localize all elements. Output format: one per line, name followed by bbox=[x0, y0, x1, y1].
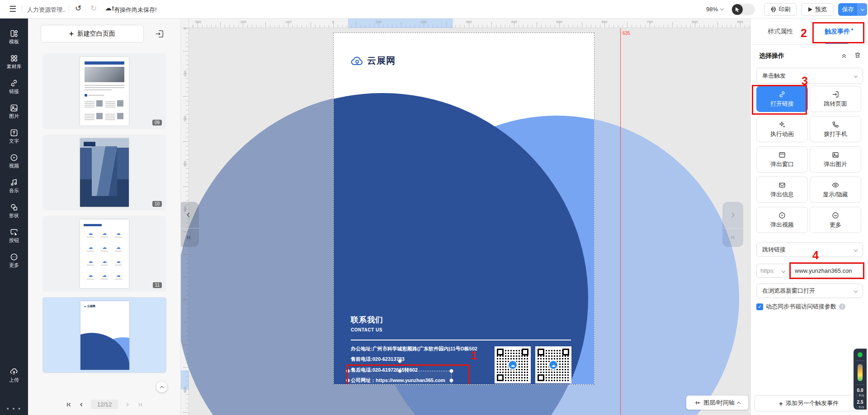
page-thumbnail-card[interactable]: 10 bbox=[42, 135, 166, 210]
sidebar-label: 音乐 bbox=[9, 188, 19, 193]
brand-logo[interactable]: 云展网 bbox=[351, 55, 396, 67]
vertical-guide-line[interactable] bbox=[620, 28, 621, 415]
ruler-tick-label: 600 bbox=[601, 20, 607, 24]
last-page-icon[interactable] bbox=[137, 401, 143, 408]
printer-icon bbox=[770, 6, 777, 13]
undo-icon[interactable]: ↺ bbox=[75, 4, 81, 13]
preview-button[interactable]: 预览 bbox=[801, 3, 834, 16]
hamburger-menu-icon[interactable]: ☰ bbox=[9, 4, 16, 14]
action-popup-message[interactable]: 弹出信息 bbox=[756, 177, 808, 203]
next-page-icon[interactable] bbox=[124, 401, 131, 408]
action-show-hide[interactable]: 显示/隐藏 bbox=[810, 177, 861, 203]
jump-page-icon bbox=[831, 90, 840, 98]
contact-title[interactable]: 联系我们 bbox=[351, 315, 383, 325]
save-dropdown-arrow[interactable] bbox=[858, 3, 867, 16]
link-icon bbox=[9, 79, 19, 88]
page-thumbnail-09[interactable] bbox=[80, 57, 129, 126]
sidebar-label: 图片 bbox=[9, 114, 19, 119]
sidebar-item-upload[interactable]: 上传 bbox=[0, 362, 28, 387]
page-thumbnail-card-selected[interactable]: ☁ 云展网 bbox=[42, 297, 166, 373]
sidebar-item-buttons[interactable]: 按钮 bbox=[0, 223, 28, 247]
action-jump-page[interactable]: 跳转页面 bbox=[810, 86, 861, 112]
new-blank-page-button[interactable]: + 新建空白页面 bbox=[41, 25, 144, 42]
trigger-mode-value: 单击触发 bbox=[762, 72, 786, 80]
sidebar-item-more[interactable]: 更多 bbox=[0, 247, 28, 272]
sync-checkbox[interactable]: ✓ bbox=[756, 303, 763, 310]
print-button[interactable]: 印刷 bbox=[764, 3, 797, 16]
delete-trigger-icon[interactable] bbox=[854, 51, 861, 59]
collapse-all-icon[interactable] bbox=[840, 52, 848, 59]
network-monitor-widget[interactable]: 0.0 ↑ K/s 2.5 ↓ K/s bbox=[854, 349, 867, 410]
action-more[interactable]: 更多 bbox=[810, 207, 861, 233]
page-thumbnail-10[interactable] bbox=[80, 138, 129, 207]
properties-panel: 样式属性 触发事件● 选择操作 单击触发 打开链接 跳转页面 执行动画 拨打手机… bbox=[750, 19, 868, 415]
page-thumbnail-card[interactable]: ☁☁☁ ☁☁☁ ☁☁☁ ☁☁☁ 11 bbox=[42, 216, 166, 292]
sidebar-item-templates[interactable]: 模板 bbox=[0, 24, 28, 49]
top-toolbar: ☰ 人力资源管理... ↺ ↻ ☁! 有操作尚未保存! 98% 印刷 预览 保存 bbox=[0, 0, 868, 19]
ruler-tick-label: 700 bbox=[183, 341, 187, 347]
sidebar-label: 文字 bbox=[9, 139, 19, 144]
first-page-canvas-button[interactable] bbox=[181, 228, 199, 247]
sidebar-more-dots[interactable]: • • • bbox=[0, 405, 28, 412]
collapse-thumbnails-button[interactable] bbox=[156, 382, 167, 392]
sidebar-item-links[interactable]: 链接 bbox=[0, 74, 28, 98]
sidebar-item-text[interactable]: 文字 bbox=[0, 123, 28, 148]
contact-divider-line bbox=[351, 340, 571, 340]
touch-mode-toggle[interactable] bbox=[731, 4, 755, 15]
open-mode-select[interactable]: 在浏览器新窗口打开 bbox=[756, 284, 863, 298]
status-green-dot bbox=[858, 352, 863, 357]
action-popup-window[interactable]: 弹出窗口 bbox=[756, 146, 808, 173]
redo-icon[interactable]: ↻ bbox=[90, 4, 97, 13]
sidebar-item-assets[interactable]: 素材库 bbox=[0, 49, 28, 74]
add-trigger-event-button[interactable]: + 添加另一个触发事件 bbox=[755, 395, 863, 411]
layers-timeline-button[interactable]: 图层/时间轴 bbox=[686, 396, 748, 410]
contact-address[interactable]: 办公地址:广州市科学城彩频路(广东软件园内)11号D栋502 bbox=[351, 345, 477, 352]
design-canvas[interactable]: -300 -200 -100 0 100 200 300 400 500 600… bbox=[181, 19, 750, 415]
plus-icon: + bbox=[69, 30, 73, 38]
button-icon bbox=[9, 228, 19, 237]
contact-subtitle[interactable]: CONTACT US bbox=[351, 327, 382, 332]
info-icon[interactable]: i bbox=[839, 303, 845, 310]
sidebar-item-shapes[interactable]: 形状 bbox=[0, 198, 28, 223]
page-artboard[interactable]: 云展网 联系我们 CONTACT US 办公地址:广州市科学城彩频路(广东软件园… bbox=[333, 33, 594, 385]
ruler-tick-label: -300 bbox=[194, 20, 201, 24]
next-page-canvas-button[interactable] bbox=[722, 202, 743, 228]
qr-code-1[interactable]: ☁ bbox=[495, 346, 531, 383]
action-popup-image[interactable]: 弹出图片 bbox=[810, 146, 861, 173]
page-counter[interactable]: 12/12 bbox=[91, 400, 118, 409]
cloud-save-icon[interactable]: ☁! bbox=[105, 4, 114, 12]
prev-page-icon[interactable] bbox=[78, 401, 85, 408]
contact-presale-phone[interactable]: 售前电话:020-62313783 bbox=[351, 356, 405, 363]
sidebar-item-video[interactable]: 视频 bbox=[0, 148, 28, 173]
action-dial-phone[interactable]: 拨打手机 bbox=[810, 116, 861, 142]
save-button[interactable]: 保存 bbox=[838, 3, 867, 16]
action-run-animation[interactable]: 执行动画 bbox=[756, 116, 808, 142]
ruler-tick-label: 200 bbox=[420, 20, 426, 24]
prev-page-canvas-button[interactable] bbox=[181, 202, 199, 228]
ruler-tick-label: 400 bbox=[511, 20, 517, 24]
sidebar-item-music[interactable]: 音乐 bbox=[0, 173, 28, 198]
sync-checkbox-label: 动态同步书籍访问链接参数 bbox=[766, 303, 836, 311]
page-thumbnail-12[interactable]: ☁ 云展网 bbox=[80, 301, 129, 370]
image-icon bbox=[9, 103, 19, 112]
protocol-select[interactable]: https: bbox=[756, 264, 789, 278]
zoom-level-value: 98% bbox=[706, 6, 718, 13]
page-thumbnail-11[interactable]: ☁☁☁ ☁☁☁ ☁☁☁ ☁☁☁ bbox=[80, 219, 129, 288]
link-type-select[interactable]: 跳转链接 bbox=[756, 242, 863, 257]
sidebar-item-images[interactable]: 图片 bbox=[0, 98, 28, 123]
selection-rotate-handle[interactable] bbox=[398, 359, 402, 363]
page-thumbnail-card[interactable]: 09 bbox=[42, 53, 166, 129]
action-popup-video[interactable]: 弹出视频 bbox=[756, 207, 808, 233]
trigger-mode-select[interactable]: 单击触发 bbox=[756, 68, 863, 84]
new-blank-page-label: 新建空白页面 bbox=[77, 30, 115, 38]
play-icon bbox=[808, 7, 813, 12]
ruler-tick-label: 100 bbox=[183, 70, 187, 76]
import-pages-button[interactable] bbox=[153, 27, 166, 41]
document-title[interactable]: 人力资源管理... bbox=[27, 6, 66, 14]
zoom-level-control[interactable]: 98% bbox=[706, 6, 723, 13]
page-number-badge: 10 bbox=[152, 201, 162, 207]
last-page-canvas-button[interactable] bbox=[722, 228, 743, 247]
qr-code-2[interactable]: ☁ bbox=[535, 346, 571, 383]
first-page-icon[interactable] bbox=[66, 401, 72, 408]
guide-position-label: 635 bbox=[623, 31, 630, 36]
